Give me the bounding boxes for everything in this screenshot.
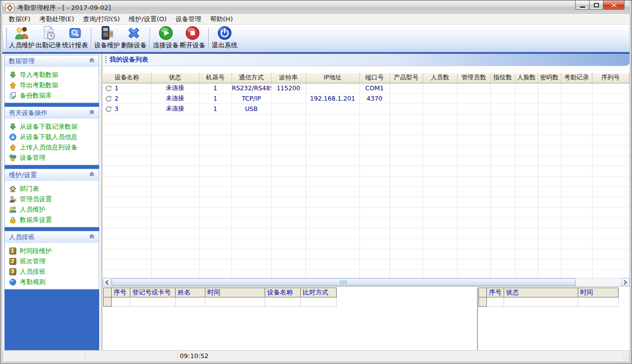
scroll-left-button[interactable]	[103, 278, 111, 287]
column-header[interactable]: 设备名称	[265, 288, 301, 297]
app-icon[interactable]	[5, 3, 14, 12]
column-header[interactable]: IP地址	[306, 73, 359, 83]
menu-item-5[interactable]: 设备管理	[171, 14, 206, 25]
menu-item-4[interactable]: 维护/设置(O)	[124, 14, 171, 25]
scroll-right-button[interactable]	[621, 278, 630, 287]
content-area: 数据管理导入考勤数据导出考勤数据备份数据库有关设备操作从设备下载记录数据从设备下…	[2, 52, 630, 350]
empty-cell	[423, 269, 457, 278]
empty-cell	[359, 249, 390, 259]
chevrons-up-icon[interactable]	[89, 57, 95, 65]
sidebar-item[interactable]: 2班次管理	[5, 256, 99, 266]
sidebar-item[interactable]: 设备管理	[5, 152, 99, 163]
sidebar-item[interactable]: 导出考勤数据	[5, 80, 99, 90]
sidebar-item[interactable]: 部门表	[5, 183, 99, 194]
chevrons-up-icon[interactable]	[89, 171, 95, 179]
column-header[interactable]: 状态	[504, 288, 578, 297]
close-button[interactable]	[603, 0, 625, 10]
row-selector-cell[interactable]	[479, 297, 487, 307]
sidebar-group-header[interactable]: 人员排班	[5, 231, 99, 243]
column-header[interactable]: 姓名	[176, 288, 205, 297]
column-header[interactable]: 状态	[151, 73, 199, 83]
scrollbar-thumb[interactable]	[112, 278, 576, 286]
column-header[interactable]: 波特率	[271, 73, 306, 83]
toolbar-button-stat-report[interactable]: 统计报表	[62, 26, 88, 51]
sidebar-group-title: 有关设备操作	[9, 109, 89, 117]
column-header[interactable]: 序列号	[592, 73, 629, 83]
menu-item-2[interactable]: 考勤处理(E)	[35, 14, 79, 25]
column-header[interactable]: 比对方式	[301, 288, 337, 297]
empty-cell	[457, 114, 490, 124]
chevrons-up-icon[interactable]	[89, 109, 95, 116]
toolbar-button-staff-maintain[interactable]: 人员维护	[8, 26, 35, 51]
sidebar-item-label: 部门表	[20, 184, 39, 193]
bottom-panels: 序号登记号或卡号姓名时间设备名称比对方式 序号状态时间	[103, 286, 630, 350]
sidebar-group-header[interactable]: 维护/设置	[5, 169, 99, 181]
sidebar-item[interactable]: 管理员设置	[5, 194, 99, 204]
column-header[interactable]: 指纹数	[490, 73, 515, 83]
row-selector-cell[interactable]	[104, 297, 112, 307]
device-row[interactable]: 2未连接1TCP/IP192.168.1.2014370	[103, 93, 629, 104]
sidebar-item[interactable]: 考勤规则	[5, 277, 99, 287]
column-header[interactable]: 考勤记录	[561, 73, 592, 83]
chevrons-up-icon[interactable]	[89, 233, 95, 241]
sidebar-item[interactable]: 1时间段维护	[5, 246, 99, 256]
sidebar-item[interactable]: 3人员排班	[5, 266, 99, 277]
device-cell	[457, 83, 490, 93]
device-row[interactable]: 3未连接1USB	[103, 104, 629, 114]
empty-cell	[151, 207, 199, 218]
column-header[interactable]: 端口号	[359, 73, 390, 83]
empty-cell	[538, 249, 561, 259]
sidebar-item[interactable]: 人员维护	[5, 204, 99, 215]
sidebar-item[interactable]: 数据库设置	[5, 215, 99, 225]
column-header[interactable]: 机器号	[199, 73, 232, 83]
empty-cell	[592, 218, 629, 228]
toolbar-button-connect-device[interactable]: 连接设备	[153, 26, 179, 51]
toolbar-button-exit-system[interactable]: 退出系统	[211, 26, 238, 51]
empty-row	[103, 155, 629, 166]
device-list-panel-header: 我的设备列表	[103, 54, 630, 66]
sidebar-group-header[interactable]: 数据管理	[5, 55, 99, 67]
column-header[interactable]: 序号	[112, 288, 130, 297]
horizontal-scrollbar[interactable]	[103, 278, 630, 286]
sidebar-item[interactable]: 导入考勤数据	[5, 70, 99, 80]
sidebar-item[interactable]: 从设备下载记录数据	[5, 121, 99, 132]
empty-cell	[271, 166, 306, 176]
empty-cell	[265, 297, 301, 307]
sidebar-item[interactable]: 上传人员信息到设备	[5, 142, 99, 152]
empty-cell	[359, 259, 390, 269]
toolbar-grip[interactable]	[4, 28, 7, 49]
menu-item-3[interactable]: 查询/打印(S)	[79, 14, 124, 25]
column-header[interactable]: 管理员数	[457, 73, 490, 83]
column-header[interactable]: 人员数	[423, 73, 457, 83]
column-header[interactable]: 产品型号	[390, 73, 423, 83]
maximize-button[interactable]	[589, 0, 603, 10]
resize-grip-icon[interactable]	[622, 354, 629, 361]
menu-item-1[interactable]: 数据(F)	[4, 14, 35, 25]
menu-item-6[interactable]: 帮助(H)	[206, 14, 237, 25]
column-header[interactable]: 登记号或卡号	[130, 288, 176, 297]
sidebar-group-header[interactable]: 有关设备操作	[5, 107, 99, 119]
sidebar-item[interactable]: 备份数据库	[5, 90, 99, 101]
column-header[interactable]: 时间	[578, 288, 619, 297]
empty-cell	[390, 186, 423, 197]
column-header[interactable]: 设备名称	[103, 73, 151, 83]
empty-cell	[561, 197, 592, 207]
column-header[interactable]: 序号	[487, 288, 504, 297]
scrollbar-track[interactable]	[111, 278, 621, 286]
sidebar-item[interactable]: 从设备下载人员信息	[5, 132, 99, 142]
empty-cell	[423, 207, 457, 218]
panel-grip-icon[interactable]	[105, 56, 107, 64]
toolbar-button-delete-device[interactable]: 删除设备	[120, 26, 147, 51]
minimize-button[interactable]	[575, 0, 590, 10]
empty-cell	[271, 124, 306, 135]
toolbar-button-attendance-log[interactable]: 出勤记录	[35, 26, 62, 51]
device-cell: COM1	[359, 83, 390, 93]
device-row[interactable]: 1未连接1RS232/RS485115200COM1	[103, 83, 629, 93]
column-header[interactable]: 密码数	[538, 73, 561, 83]
column-header[interactable]: 时间	[205, 288, 265, 297]
column-header[interactable]: 人脸数	[515, 73, 538, 83]
arrow-up-orange-icon	[8, 81, 17, 89]
toolbar-button-device-maintain[interactable]: 设备维护	[94, 26, 120, 51]
column-header[interactable]: 通信方式	[232, 73, 271, 83]
toolbar-button-disconnect-device[interactable]: 断开设备	[179, 26, 206, 51]
